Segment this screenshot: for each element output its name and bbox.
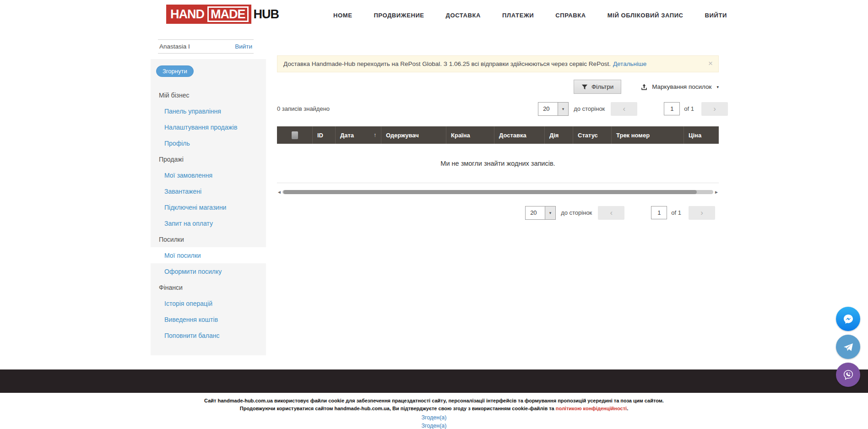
main-content: Доставка Handmade-Hub переходить на RePo… [277,55,719,220]
column-header-action[interactable]: Дія [545,126,573,144]
sidebar: Anastasia I Вийти Згорнути Мій бізнес Па… [151,39,266,355]
toolbar: Фільтри Маркування посилок ▾ [277,80,719,94]
messenger-icon[interactable] [836,307,860,331]
logo-hand-text: HAND [170,7,204,22]
sidebar-item-my-orders[interactable]: Мої замовлення [151,167,266,183]
prev-page-button-bottom[interactable]: ‹ [598,206,624,220]
parcel-marking-label: Маркування посилок [652,83,711,90]
scroll-right-icon[interactable]: ► [714,190,719,195]
column-header-id[interactable]: ID [313,126,336,144]
cookie-line-2: Продовжуючи користуватися сайтом handmad… [0,405,868,413]
sidebar-menu: Мій бізнес Панель управління Налаштуванн… [151,87,266,343]
footer: Сайт handmade-hub.com.ua використовує фа… [0,369,868,429]
main-nav: HOME ПРОДВИЖЕНИЕ ДОСТАВКА ПЛАТЕЖИ СПРАВК… [333,0,749,30]
pagination-bottom: 20 ▾ до сторінок ‹ of 1 › [277,206,715,220]
sidebar-item-uploaded[interactable]: Завантажені [151,183,266,199]
pagination-top: 0 записів знайдено 20 ▾ до сторінок ‹ of… [277,102,728,116]
per-page-label: до сторінок [574,105,605,112]
sidebar-item-connected-shops[interactable]: Підключені магазини [151,199,266,215]
filters-button[interactable]: Фільтри [574,80,621,94]
column-header-country[interactable]: Країна [446,126,494,144]
close-icon[interactable]: × [708,59,713,68]
sidebar-item-create-parcel[interactable]: Оформити посилку [151,263,266,279]
sidebar-item-sales-settings[interactable]: Налаштування продажів [151,119,266,135]
sidebar-item-profile[interactable]: Профіль [151,135,266,151]
table-header-row: ID Дата ↑ Одержувач Країна Доставка Дія … [277,126,719,144]
chevron-down-icon: ▾ [716,85,719,89]
select-caret-icon: ▾ [558,103,568,115]
sidebar-section-sales: Продажі [151,151,266,167]
page-size-value-bottom: 20 [526,206,545,219]
telegram-icon[interactable] [836,335,860,359]
scroll-left-icon[interactable]: ◄ [277,190,282,195]
page-size-select[interactable]: 20 ▾ [538,102,569,116]
sidebar-logout-link[interactable]: Вийти [235,43,252,50]
notification-banner: Доставка Handmade-Hub переходить на RePo… [277,55,719,72]
next-page-button[interactable]: › [701,102,728,116]
banner-details-link[interactable]: Детальніше [613,60,646,67]
collapse-button[interactable]: Згорнути [156,65,194,77]
nav-item-payments[interactable]: ПЛАТЕЖИ [502,12,534,19]
column-header-price[interactable]: Ціна [684,126,719,144]
page-number-input[interactable] [664,102,680,115]
sidebar-panel: Згорнути Мій бізнес Панель управління На… [151,59,266,355]
cookie-line-2-text: Продовжуючи користуватися сайтом handmad… [240,406,556,411]
sidebar-section-parcels: Посилки [151,231,266,247]
nav-item-logout[interactable]: ВИЙТИ [705,12,727,19]
user-row: Anastasia I Вийти [158,39,254,54]
username: Anastasia I [159,43,190,50]
records-found-label: 0 записів знайдено [277,105,330,112]
column-header-status[interactable]: Статус [573,126,612,144]
page-size-select-bottom[interactable]: 20 ▾ [525,206,556,220]
column-header-date-label: Дата [340,132,354,139]
privacy-policy-link[interactable]: політикою конфіденційності [556,406,627,411]
column-header-delivery[interactable]: Доставка [494,126,545,144]
sidebar-section-my-business: Мій бізнес [151,87,266,103]
column-header-recipient[interactable]: Одержувач [381,126,446,144]
scrollbar-track[interactable] [282,190,713,194]
banner-text: Доставка Handmade-Hub переходить на RePo… [283,60,611,67]
agree-link-1[interactable]: Згоден(а) [0,414,868,421]
scrollbar-thumb[interactable] [283,190,697,194]
funnel-icon [581,84,588,90]
sort-ascending-icon[interactable]: ↑ [374,132,376,138]
page-of-label-bottom: of 1 [671,209,681,216]
page: HAND MADE HUB HOME ПРОДВИЖЕНИЕ ДОСТАВКА … [0,0,868,429]
handmade-hub-logo[interactable]: HAND MADE HUB [166,5,279,24]
cookie-line-2-period: . [627,406,628,411]
per-page-label-bottom: до сторінок [561,209,592,216]
sidebar-item-transaction-history[interactable]: Історія операцій [151,295,266,311]
nav-item-delivery[interactable]: ДОСТАВКА [446,12,481,19]
upload-icon [640,83,648,91]
nav-item-my-account[interactable]: МІЙ ОБЛІКОВИЙ ЗАПИС [608,12,684,19]
prev-page-button[interactable]: ‹ [611,102,637,116]
agree-link-2[interactable]: Згоден(а) [0,423,868,429]
sidebar-section-finance: Фінанси [151,279,266,295]
sidebar-item-payment-request[interactable]: Запит на оплату [151,215,266,231]
social-float-stack [836,307,860,387]
column-header-track-number[interactable]: Трек номер [612,126,684,144]
sidebar-item-dashboard[interactable]: Панель управління [151,103,266,119]
page-of-label: of 1 [684,105,694,112]
sidebar-item-my-parcels[interactable]: Мої посилки [151,247,266,263]
logo-red-box: HAND MADE [166,5,251,24]
viber-icon[interactable] [836,363,860,387]
select-all-checkbox[interactable] [292,131,298,139]
filters-button-label: Фільтри [591,83,613,90]
top-header: HAND MADE HUB HOME ПРОДВИЖЕНИЕ ДОСТАВКА … [0,0,868,30]
column-header-date[interactable]: Дата ↑ [336,126,381,144]
parcels-table: ID Дата ↑ Одержувач Країна Доставка Дія … [277,126,719,183]
sidebar-item-withdraw-funds[interactable]: Виведення коштів [151,311,266,327]
parcel-marking-dropdown[interactable]: Маркування посилок ▾ [640,83,719,91]
logo-hub-text: HUB [254,7,279,22]
select-caret-icon-bottom: ▾ [545,206,555,219]
logo-made-text: MADE [207,6,249,22]
nav-item-promotion[interactable]: ПРОДВИЖЕНИЕ [374,12,424,19]
nav-item-help[interactable]: СПРАВКА [555,12,586,19]
select-all-cell [277,126,313,144]
next-page-button-bottom[interactable]: › [689,206,715,220]
sidebar-item-top-up-balance[interactable]: Поповнити баланс [151,327,266,343]
page-number-input-bottom[interactable] [651,206,667,219]
nav-item-home[interactable]: HOME [333,12,352,19]
cookie-notice: Сайт handmade-hub.com.ua використовує фа… [0,393,868,429]
